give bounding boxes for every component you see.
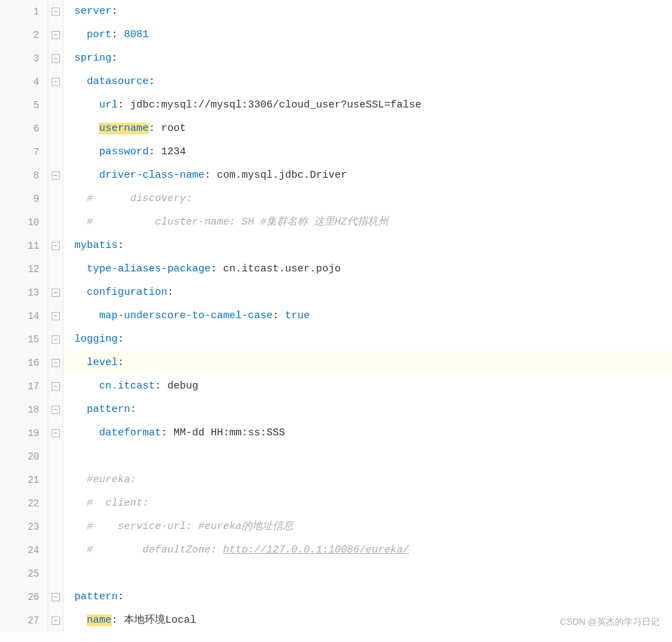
code-token: configuration bbox=[87, 287, 167, 298]
fold-icon[interactable]: − bbox=[52, 406, 60, 414]
code-line-21: 21 #eureka: bbox=[0, 468, 672, 492]
fold-gutter[interactable]: − bbox=[48, 304, 63, 328]
fold-icon[interactable]: − bbox=[52, 359, 60, 367]
code-token bbox=[74, 99, 99, 111]
fold-icon[interactable]: − bbox=[52, 312, 60, 320]
code-content bbox=[63, 445, 672, 468]
line-number: 14 bbox=[0, 304, 48, 328]
code-token: : bbox=[118, 591, 124, 603]
code-token: # discovery: bbox=[74, 193, 192, 205]
fold-gutter[interactable]: − bbox=[48, 23, 63, 47]
code-content: # client: bbox=[63, 492, 672, 515]
code-token: : bbox=[118, 240, 124, 251]
code-line-12: 12 type-aliases-package: cn.itcast.user.… bbox=[0, 258, 672, 281]
code-line-17: 17− cn.itcast: debug bbox=[0, 375, 672, 398]
fold-icon[interactable]: − bbox=[52, 289, 60, 297]
line-number: 12 bbox=[0, 258, 48, 281]
code-token bbox=[74, 404, 87, 415]
code-line-23: 23 # service-url: #eureka的地址信息 bbox=[0, 515, 672, 539]
fold-icon[interactable]: − bbox=[52, 31, 60, 39]
fold-icon[interactable]: − bbox=[52, 242, 60, 250]
fold-gutter[interactable]: − bbox=[48, 422, 63, 445]
code-line-5: 5 url: jdbc:mysql://mysql:3306/cloud_use… bbox=[0, 94, 672, 117]
line-number: 5 bbox=[0, 94, 48, 117]
code-token: username bbox=[99, 123, 149, 134]
fold-icon[interactable]: − bbox=[52, 54, 60, 63]
code-content: password: 1234 bbox=[63, 141, 672, 164]
code-line-13: 13− configuration: bbox=[0, 281, 672, 304]
code-token: mybatis bbox=[74, 240, 118, 251]
fold-gutter bbox=[48, 141, 63, 164]
line-number: 23 bbox=[0, 515, 48, 539]
fold-gutter[interactable]: − bbox=[48, 375, 63, 398]
fold-gutter bbox=[48, 445, 63, 468]
line-number: 19 bbox=[0, 422, 48, 445]
fold-icon[interactable]: − bbox=[52, 78, 60, 86]
code-content: datasource: bbox=[63, 70, 672, 94]
line-number: 2 bbox=[0, 23, 48, 47]
code-token: pattern bbox=[74, 591, 118, 603]
code-token: : bbox=[273, 310, 285, 322]
fold-icon[interactable]: − bbox=[52, 335, 60, 344]
fold-gutter[interactable]: − bbox=[48, 586, 63, 609]
fold-gutter[interactable]: − bbox=[48, 47, 63, 70]
line-number: 1 bbox=[0, 0, 48, 23]
code-token: 1234 bbox=[161, 146, 186, 158]
code-token: driver-class-name bbox=[99, 169, 204, 181]
fold-gutter[interactable]: − bbox=[48, 70, 63, 94]
fold-gutter[interactable]: − bbox=[48, 328, 63, 351]
fold-icon[interactable]: − bbox=[52, 8, 60, 16]
fold-gutter[interactable]: − bbox=[48, 0, 63, 23]
code-line-19: 19− dateformat: MM-dd HH:mm:ss:SSS bbox=[0, 422, 672, 445]
code-token bbox=[74, 287, 87, 298]
code-token bbox=[74, 169, 99, 181]
code-token bbox=[74, 29, 87, 41]
code-content: username: root bbox=[63, 117, 672, 141]
fold-gutter[interactable]: − bbox=[48, 609, 63, 632]
code-token: : bbox=[149, 76, 155, 87]
code-token: #eureka: bbox=[74, 474, 136, 486]
fold-gutter[interactable]: − bbox=[48, 398, 63, 422]
line-number: 11 bbox=[0, 234, 48, 258]
fold-gutter bbox=[48, 211, 63, 234]
code-token: : bbox=[118, 333, 124, 345]
line-number: 25 bbox=[0, 562, 48, 586]
code-token: password bbox=[99, 146, 149, 158]
code-content: server: bbox=[63, 0, 672, 23]
code-line-16: 16− level: bbox=[0, 351, 672, 375]
code-token: : bbox=[211, 263, 223, 275]
code-token: true bbox=[285, 310, 310, 322]
fold-icon[interactable]: − bbox=[52, 593, 60, 601]
fold-icon[interactable]: − bbox=[52, 382, 60, 391]
code-content: pattern: bbox=[63, 586, 672, 609]
fold-gutter bbox=[48, 258, 63, 281]
line-number: 15 bbox=[0, 328, 48, 351]
fold-gutter[interactable]: − bbox=[48, 351, 63, 375]
code-token: MM-dd HH:mm:ss:SSS bbox=[174, 427, 285, 439]
line-number: 21 bbox=[0, 468, 48, 492]
code-content: driver-class-name: com.mysql.jdbc.Driver bbox=[63, 164, 672, 187]
code-line-14: 14− map-underscore-to-camel-case: true bbox=[0, 304, 672, 328]
line-number: 6 bbox=[0, 117, 48, 141]
fold-icon[interactable]: − bbox=[52, 617, 60, 625]
fold-gutter[interactable]: − bbox=[48, 281, 63, 304]
code-token bbox=[74, 76, 87, 87]
code-token: : bbox=[204, 169, 217, 181]
code-token bbox=[74, 123, 99, 134]
code-line-22: 22 # client: bbox=[0, 492, 672, 515]
fold-icon[interactable]: − bbox=[52, 172, 60, 180]
fold-icon[interactable]: − bbox=[52, 429, 60, 437]
code-token: : bbox=[112, 29, 124, 41]
fold-gutter[interactable]: − bbox=[48, 164, 63, 187]
code-token: root bbox=[161, 123, 186, 134]
code-content: # service-url: #eureka的地址信息 bbox=[63, 515, 672, 539]
code-token: # client: bbox=[74, 497, 149, 509]
fold-gutter[interactable]: − bbox=[48, 234, 63, 258]
code-token bbox=[74, 614, 87, 626]
line-number: 8 bbox=[0, 164, 48, 187]
code-content: #eureka: bbox=[63, 468, 672, 492]
watermark: CSDN @英杰的学习日记 bbox=[560, 610, 660, 634]
code-token: name bbox=[87, 614, 112, 626]
code-token: type-aliases-package bbox=[87, 263, 211, 275]
code-line-7: 7 password: 1234 bbox=[0, 141, 672, 164]
